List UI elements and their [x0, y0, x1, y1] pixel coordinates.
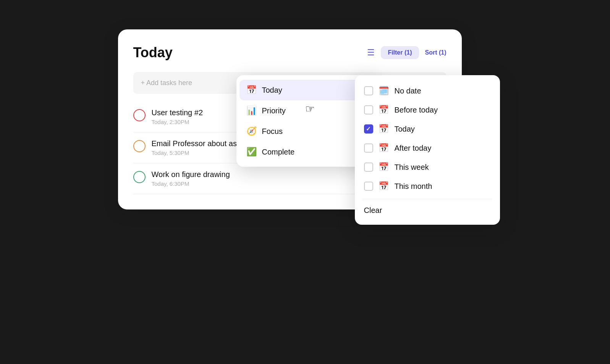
date-submenu: 🗓️ No date 📅 Before today 📅 Today 📅 Afte… — [355, 75, 500, 225]
checkbox-before-today[interactable] — [364, 105, 373, 114]
filter-item-complete[interactable]: ✅ Complete › — [239, 142, 375, 162]
filter-item-focus[interactable]: 🧭 Focus › — [239, 121, 375, 142]
no-date-icon: 🗓️ — [379, 86, 389, 96]
focus-icon: 🧭 — [246, 126, 257, 136]
filter-item-today[interactable]: 📅 Today › — [239, 80, 375, 100]
filter-priority-label: Priority — [262, 106, 361, 115]
before-today-icon: 📅 — [379, 105, 389, 115]
header: Today ☰ Filter (1) Sort (1) — [133, 45, 447, 61]
screen-container: Today ☰ Filter (1) Sort (1) + Add tasks … — [118, 29, 492, 335]
filter-today-label: Today — [262, 86, 361, 95]
filter-button[interactable]: Filter (1) — [381, 46, 419, 59]
priority-icon: 📊 — [246, 106, 257, 116]
checkbox-no-date[interactable] — [364, 86, 373, 95]
task-circle-orange[interactable] — [133, 140, 146, 152]
date-option-this-month[interactable]: 📅 This month — [362, 177, 492, 196]
date-divider — [362, 199, 492, 199]
filter-item-priority[interactable]: 📊 Priority › — [239, 100, 375, 121]
checkbox-this-month[interactable] — [364, 182, 373, 191]
date-option-no-date[interactable]: 🗓️ No date — [362, 81, 492, 100]
checkbox-today[interactable] — [364, 124, 373, 134]
task-circle-red[interactable] — [133, 109, 146, 121]
date-option-after-today[interactable]: 📅 After today — [362, 139, 492, 158]
checkbox-after-today[interactable] — [364, 143, 373, 153]
clear-button[interactable]: Clear — [362, 202, 492, 219]
list-icon[interactable]: ☰ — [367, 48, 375, 58]
checkbox-this-week[interactable] — [364, 163, 373, 172]
today-icon: 📅 — [379, 124, 389, 134]
filter-focus-label: Focus — [262, 127, 361, 136]
task-circle-green[interactable] — [133, 171, 146, 183]
this-week-label: This week — [395, 163, 429, 172]
this-month-label: This month — [395, 182, 432, 191]
calendar-icon: 📅 — [246, 85, 257, 95]
complete-icon: ✅ — [246, 147, 257, 157]
this-week-icon: 📅 — [379, 162, 389, 172]
header-actions: ☰ Filter (1) Sort (1) — [367, 46, 446, 59]
date-option-this-week[interactable]: 📅 This week — [362, 158, 492, 177]
page-title: Today — [133, 45, 173, 61]
this-month-icon: 📅 — [379, 181, 389, 191]
no-date-label: No date — [395, 87, 421, 95]
after-today-icon: 📅 — [379, 143, 389, 153]
filter-complete-label: Complete — [262, 148, 361, 156]
sort-button[interactable]: Sort (1) — [425, 49, 447, 56]
today-date-label: Today — [395, 125, 415, 134]
date-option-before-today[interactable]: 📅 Before today — [362, 100, 492, 119]
before-today-label: Before today — [395, 106, 438, 114]
date-option-today[interactable]: 📅 Today — [362, 119, 492, 139]
after-today-label: After today — [395, 144, 432, 153]
